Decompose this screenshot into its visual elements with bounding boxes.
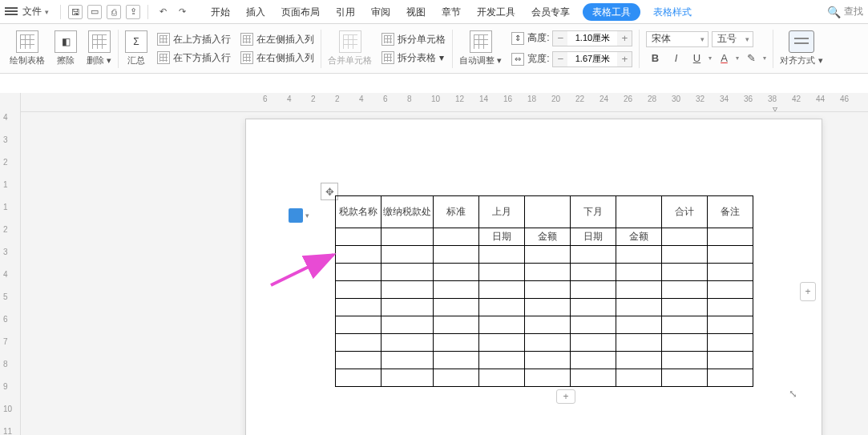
table-row[interactable] (336, 369, 753, 387)
table-cell[interactable] (434, 246, 479, 264)
print-preview-icon[interactable]: ▭ (87, 5, 102, 19)
table-cell[interactable] (479, 334, 525, 352)
table-cell[interactable] (662, 264, 708, 281)
table-cell[interactable] (382, 334, 434, 352)
table-cell[interactable] (382, 264, 434, 281)
table-cell[interactable] (525, 334, 571, 352)
paste-options-button[interactable]: ▾ (289, 208, 309, 223)
table-cell[interactable] (616, 299, 662, 316)
table-header-cell[interactable]: 缴纳税款处 (382, 196, 434, 228)
split-table-button[interactable]: 拆分表格 ▾ (382, 51, 444, 65)
insert-row-below-button[interactable]: 在下方插入行 (157, 51, 231, 65)
tab-review[interactable]: 审阅 (363, 0, 398, 24)
table-cell[interactable] (434, 352, 479, 369)
table-cell[interactable] (434, 281, 479, 299)
table-row[interactable] (336, 316, 753, 334)
table-cell[interactable] (382, 246, 434, 264)
merge-cells-button[interactable]: 合并单元格 (323, 26, 377, 71)
table-cell[interactable] (571, 316, 616, 334)
tab-insert[interactable]: 插入 (238, 0, 273, 24)
table-cell[interactable] (662, 369, 708, 387)
table-cell[interactable] (662, 334, 708, 352)
table-row[interactable] (336, 299, 753, 316)
font-family-select[interactable]: 宋体 (646, 31, 709, 47)
table-cell[interactable] (571, 352, 616, 369)
table-cell[interactable] (479, 352, 525, 369)
table-cell[interactable] (336, 334, 382, 352)
tab-dev-tools[interactable]: 开发工具 (469, 0, 523, 24)
tab-references[interactable]: 引用 (328, 0, 363, 24)
table-cell[interactable] (616, 196, 662, 228)
table-cell[interactable] (616, 246, 662, 264)
split-cell-button[interactable]: 拆分单元格 (382, 33, 446, 46)
table-cell[interactable] (662, 228, 708, 246)
table-cell[interactable] (434, 334, 479, 352)
table-cell[interactable] (525, 246, 571, 264)
menu-icon[interactable] (5, 7, 18, 17)
table-cell[interactable] (434, 316, 479, 334)
vertical-ruler[interactable]: 43211234567891011121314 (0, 93, 21, 435)
table-cell[interactable] (382, 369, 434, 387)
table-cell[interactable] (708, 369, 753, 387)
font-size-select[interactable]: 五号 (712, 31, 753, 47)
tab-member[interactable]: 会员专享 (523, 0, 578, 24)
table-cell[interactable] (336, 352, 382, 369)
underline-button[interactable]: U (688, 50, 705, 66)
table-cell[interactable] (525, 281, 571, 299)
height-input[interactable] (567, 31, 617, 46)
table-cell[interactable] (708, 264, 753, 281)
table-cell[interactable] (336, 316, 382, 334)
table-cell[interactable] (336, 228, 382, 246)
height-decrease-button[interactable]: − (553, 31, 567, 46)
table-row[interactable] (336, 246, 753, 264)
height-spinner[interactable]: − + (552, 30, 632, 46)
table-cell[interactable] (382, 299, 434, 316)
table-header-cell[interactable]: 合计 (662, 196, 708, 228)
table-header-cell[interactable]: 标准 (434, 196, 479, 228)
print-icon[interactable]: ⎙ (107, 5, 121, 19)
table-cell[interactable] (708, 316, 753, 334)
table-cell[interactable] (382, 228, 434, 246)
search-box[interactable]: 🔍 查找 (827, 5, 863, 18)
tab-view[interactable]: 视图 (398, 0, 434, 24)
font-color-button[interactable]: A (715, 50, 733, 66)
table-cell[interactable] (571, 369, 616, 387)
table-cell[interactable] (336, 369, 382, 387)
table-cell[interactable] (708, 228, 753, 246)
file-menu-dropdown-icon[interactable]: ▾ (45, 8, 49, 16)
table-cell[interactable] (708, 299, 753, 316)
table-cell[interactable] (525, 316, 571, 334)
table-header-cell[interactable]: 下月 (571, 196, 616, 228)
table-cell[interactable] (382, 281, 434, 299)
height-increase-button[interactable]: + (617, 31, 632, 46)
table-cell[interactable] (571, 264, 616, 281)
save-icon[interactable]: 🖫 (68, 5, 83, 19)
add-column-button[interactable]: + (800, 282, 816, 301)
table-cell[interactable] (708, 352, 753, 369)
table-cell[interactable] (479, 316, 525, 334)
table-cell[interactable] (571, 334, 616, 352)
italic-button[interactable]: I (667, 50, 684, 66)
table-cell[interactable] (479, 299, 525, 316)
insert-col-right-button[interactable]: 在右侧插入列 (240, 51, 314, 65)
table-cell[interactable] (525, 352, 571, 369)
width-increase-button[interactable]: + (617, 52, 632, 66)
file-menu[interactable]: 文件 (22, 5, 42, 18)
table-row[interactable] (336, 352, 753, 369)
export-icon[interactable]: ⇪ (126, 5, 140, 19)
tab-table-tools[interactable]: 表格工具 (583, 3, 640, 21)
table-row[interactable]: 税款名称缴纳税款处标准上月下月合计备注 (336, 196, 753, 228)
table-cell[interactable] (571, 281, 616, 299)
table-cell[interactable] (662, 281, 708, 299)
table-header-cell[interactable]: 备注 (708, 196, 753, 228)
table-cell[interactable] (571, 246, 616, 264)
redo-icon[interactable]: ↷ (175, 5, 189, 19)
table-cell[interactable] (479, 264, 525, 281)
summary-button[interactable]: Σ 汇总 (120, 26, 152, 71)
table-cell[interactable] (434, 264, 479, 281)
table-cell[interactable] (382, 316, 434, 334)
table-cell[interactable] (662, 316, 708, 334)
ruler-indent-marker-icon[interactable]: ▿ (773, 103, 777, 112)
table-header-cell[interactable]: 金额 (525, 228, 571, 246)
insert-col-left-button[interactable]: 在左侧插入列 (240, 33, 314, 46)
